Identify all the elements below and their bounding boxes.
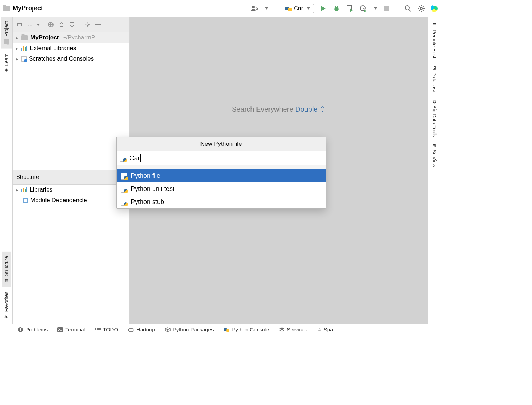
popup-option-python-unit-test[interactable]: Python unit test (117, 182, 326, 195)
python-file-icon (121, 199, 127, 206)
bottom-tab-problems[interactable]: Problems (18, 326, 48, 332)
left-tab-structure[interactable]: ▦ Structure (2, 252, 11, 287)
terminal-icon (57, 327, 63, 332)
bottom-tab-python-console[interactable]: Python Console (223, 326, 269, 333)
left-tab-learn-label: Learn (4, 53, 9, 66)
run-button[interactable] (319, 4, 327, 13)
services-icon (279, 327, 285, 332)
svg-line-20 (419, 10, 420, 11)
structure-row-libraries[interactable]: ▸ Libraries (13, 185, 129, 195)
module-icon (23, 198, 28, 203)
project-folder-icon (3, 6, 10, 11)
structure-panel-header[interactable]: Structure (13, 170, 129, 185)
project-view-selector[interactable] (16, 20, 24, 29)
svg-line-12 (409, 10, 411, 11)
toolbar-separator (275, 5, 275, 12)
svg-rect-37 (20, 328, 21, 330)
collapse-all-icon[interactable] (68, 20, 76, 29)
svg-line-21 (423, 6, 423, 7)
scratches-icon (21, 56, 27, 62)
structure-header-label: Structure (16, 174, 39, 180)
python-icon (285, 5, 292, 12)
svg-point-25 (87, 24, 89, 25)
problems-icon (18, 327, 23, 332)
popup-option-label: Python stub (131, 198, 164, 206)
svg-line-2 (334, 8, 335, 8)
packages-icon (165, 327, 171, 332)
python-file-icon (121, 173, 127, 180)
tree-root-row[interactable]: ▸ MyProject ~/PycharmP (13, 32, 129, 43)
right-tab-remote-host[interactable]: ☰ Remote Host (430, 19, 439, 62)
project-view-caret-icon[interactable] (37, 24, 40, 26)
structure-tree[interactable]: ▸ Libraries Module Dependencie (13, 185, 129, 324)
svg-point-46 (128, 328, 134, 332)
bottom-tab-python-packages[interactable]: Python Packages (165, 326, 214, 332)
debug-button[interactable] (332, 4, 341, 13)
bottom-tab-todo[interactable]: TODO (95, 326, 118, 332)
bottom-tab-spark[interactable]: ☆ Spa (317, 326, 333, 333)
locate-file-icon[interactable] (47, 20, 55, 29)
svg-point-6 (335, 6, 336, 7)
right-tab-sciview[interactable]: ⊞ SciView (430, 141, 439, 171)
user-switch-caret-icon[interactable] (265, 7, 268, 10)
more-run-caret-icon[interactable] (374, 7, 377, 10)
bottom-tab-label: Python Console (232, 326, 269, 332)
popup-option-python-file[interactable]: Python file (117, 169, 326, 182)
run-configuration-selector[interactable]: Car (282, 4, 314, 13)
svg-point-48 (132, 329, 132, 330)
bottom-tab-terminal[interactable]: Terminal (57, 326, 85, 332)
tree-row-external-libraries[interactable]: ▸ External Libraries (13, 43, 129, 54)
expand-all-icon[interactable] (57, 20, 66, 29)
popup-option-label: Python file (131, 172, 160, 180)
popup-filename-input[interactable]: Car (129, 154, 140, 162)
python-file-icon (121, 186, 127, 193)
svg-point-47 (130, 329, 130, 330)
popup-option-python-stub[interactable]: Python stub (117, 195, 326, 208)
popup-title: New Python file (117, 137, 326, 151)
bottom-tab-hadoop[interactable]: Hadoop (128, 326, 155, 332)
tree-external-libraries-label: External Libraries (30, 45, 76, 52)
settings-gear-icon[interactable] (417, 4, 426, 13)
left-tab-project-label: Project (4, 21, 9, 37)
top-toolbar: MyProject Car (0, 0, 440, 17)
left-tab-project[interactable]: Project (1, 17, 12, 49)
profile-button[interactable] (359, 4, 367, 13)
tree-root-path: ~/PycharmP (62, 34, 95, 41)
bottom-tab-label: Services (287, 326, 307, 332)
left-tab-favorites[interactable]: ★ Favorites (2, 287, 11, 324)
svg-rect-39 (57, 327, 63, 332)
user-switch-icon[interactable] (250, 4, 259, 13)
todo-icon (95, 327, 101, 332)
project-name[interactable]: MyProject (13, 5, 43, 12)
run-with-coverage-button[interactable] (346, 4, 354, 13)
right-tab-database[interactable]: 🗄 Database (430, 62, 439, 97)
project-sidebar: ... ▸ MyProject ~/PycharmP ▸ External Li… (13, 17, 130, 324)
tree-row-scratches[interactable]: ▸ Scratches and Consoles (13, 54, 129, 64)
popup-input-row[interactable]: Car (117, 151, 326, 165)
structure-row-module-deps[interactable]: Module Dependencie (13, 195, 129, 206)
toolbar-separator (397, 5, 397, 12)
project-tree[interactable]: ▸ MyProject ~/PycharmP ▸ External Librar… (13, 32, 129, 170)
hint-search-everywhere-label: Search Everywhere (232, 105, 293, 113)
run-config-label: Car (294, 5, 303, 12)
stop-button[interactable] (382, 4, 391, 13)
python-console-icon (223, 326, 230, 333)
left-tab-learn[interactable]: ◆ Learn (2, 49, 11, 77)
jetbrains-logo-icon[interactable] (431, 5, 438, 12)
right-tab-remote-host-label: Remote Host (432, 30, 437, 58)
project-view-dots[interactable]: ... (26, 20, 35, 29)
spark-icon: ☆ (317, 326, 322, 333)
popup-option-label: Python unit test (131, 185, 174, 193)
svg-point-7 (337, 6, 338, 7)
project-settings-gear-icon[interactable] (83, 20, 92, 29)
svg-line-5 (338, 10, 339, 10)
bottom-tool-window-bar: Problems Terminal TODO Hadoop Python Pac… (0, 324, 440, 335)
right-tab-big-data-tools[interactable]: D Big Data Tools (430, 97, 439, 141)
python-file-icon (120, 155, 126, 162)
svg-line-18 (419, 6, 420, 7)
bottom-tab-services[interactable]: Services (279, 326, 307, 332)
hide-panel-icon[interactable] (94, 20, 103, 29)
tree-root-label: MyProject (30, 34, 59, 41)
search-icon[interactable] (404, 4, 412, 13)
bottom-tab-label: Hadoop (136, 326, 155, 332)
